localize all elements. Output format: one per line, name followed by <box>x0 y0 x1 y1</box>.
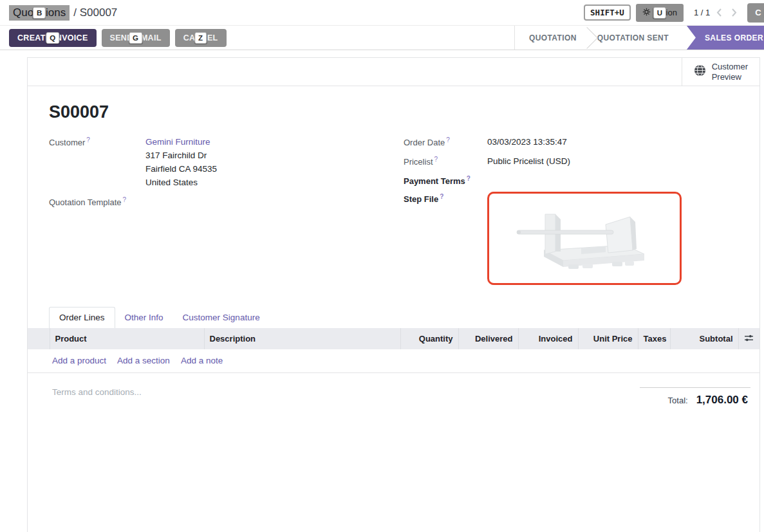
record-pager: 1 / 1 <box>694 8 710 17</box>
terms-and-conditions-input[interactable]: Terms and conditions... <box>52 387 142 407</box>
list-add-links: Add a product Add a section Add a note <box>28 349 759 373</box>
status-step-sales-order[interactable]: SALES ORDER <box>687 26 764 50</box>
hotkey-chip-create-invoice: Q <box>46 32 59 44</box>
hotkey-chip-send-email: G <box>129 32 142 44</box>
action-buttons-group: CREATE INVOICE Q SEND EMAIL G CANCEL Z <box>9 29 227 47</box>
gear-icon <box>642 8 651 18</box>
help-tooltip-icon[interactable]: ? <box>123 196 127 203</box>
column-header-invoiced[interactable]: Invoiced <box>518 328 578 349</box>
status-step-quotation-sent[interactable]: QUOTATION SENT <box>586 26 680 50</box>
sheet-button-box: Customer Preview <box>28 58 759 86</box>
breadcrumb: Quotations B / S00007 <box>9 5 117 21</box>
help-tooltip-icon[interactable]: ? <box>467 175 471 182</box>
help-tooltip-icon[interactable]: ? <box>440 193 443 200</box>
chevron-right-icon[interactable] <box>731 8 737 17</box>
tab-order-lines[interactable]: Order Lines <box>49 307 115 328</box>
customer-preview-label: Customer Preview <box>712 62 748 82</box>
help-tooltip-icon[interactable]: ? <box>86 136 90 143</box>
hotkey-chip-shift-u: SHIFT+U <box>584 5 631 21</box>
total-block: Total: 1,706.00 € <box>640 387 750 407</box>
pager-navigation <box>716 8 737 17</box>
topbar-right-cluster: SHIFT+U Action U 1 / 1 C <box>584 3 764 23</box>
globe-icon <box>694 64 706 79</box>
customer-field-label: Customer? <box>49 135 145 189</box>
customer-preview-button[interactable]: Customer Preview <box>682 58 759 86</box>
payment-terms-field-value[interactable] <box>487 174 750 186</box>
sliders-icon <box>744 334 754 342</box>
help-tooltip-icon[interactable]: ? <box>434 156 438 163</box>
sheet-body: S00007 Customer? Gemini Furniture 317 Fa… <box>28 102 759 407</box>
send-email-button[interactable]: SEND EMAIL G <box>102 29 170 47</box>
tab-other-info[interactable]: Other Info <box>115 307 173 328</box>
sheet-footer: Terms and conditions... Total: 1,706.00 … <box>49 373 750 407</box>
customer-address-line: United States <box>145 176 404 189</box>
breadcrumb-current: / S00007 <box>73 6 117 19</box>
fields-grid: Customer? Gemini Furniture 317 Fairchild… <box>49 135 750 285</box>
column-header-product[interactable]: Product <box>50 328 204 349</box>
action-status-bar: CREATE INVOICE Q SEND EMAIL G CANCEL Z Q… <box>0 26 764 50</box>
customer-address-line: 317 Fairchild Dr <box>145 149 404 162</box>
create-invoice-button[interactable]: CREATE INVOICE Q <box>9 29 97 47</box>
hotkey-chip-cancel: Z <box>194 32 207 44</box>
order-lines-table-wrap: Product Description Quantity Delivered I… <box>28 328 759 349</box>
step-file-preview-frame[interactable] <box>487 192 682 285</box>
hotkey-chip-action: U <box>653 7 666 19</box>
corner-clipped-button[interactable]: C <box>747 3 764 23</box>
column-header-quantity[interactable]: Quantity <box>400 328 458 349</box>
order-date-field-label: Order Date? <box>404 135 487 149</box>
tab-customer-signature[interactable]: Customer Signature <box>173 307 270 328</box>
fields-column-right: Order Date? 03/03/2023 13:35:47 Pricelis… <box>404 135 750 285</box>
step-file-preview-image <box>504 200 665 277</box>
column-header-taxes[interactable]: Taxes <box>638 328 670 349</box>
add-a-section-link[interactable]: Add a section <box>117 356 170 365</box>
chevron-left-icon[interactable] <box>716 8 722 17</box>
step-file-field-label: Step File? <box>404 192 487 285</box>
column-header-handle <box>28 328 50 349</box>
quotation-template-field-label: Quotation Template? <box>49 195 145 207</box>
table-header-row: Product Description Quantity Delivered I… <box>28 328 759 349</box>
add-a-product-link[interactable]: Add a product <box>52 356 106 365</box>
top-navigation-bar: Quotations B / S00007 SHIFT+U Action U 1… <box>0 0 764 26</box>
corner-button-label: C <box>755 8 761 17</box>
notebook-tabs: Order Lines Other Info Customer Signatur… <box>49 307 750 328</box>
status-pipeline: QUOTATION QUOTATION SENT SALES ORDER <box>514 26 764 50</box>
pricelist-field-value[interactable]: Public Pricelist (USD) <box>487 154 750 168</box>
page-title: S00007 <box>49 102 750 122</box>
hotkey-chip-breadcrumb: B <box>33 7 46 19</box>
help-tooltip-icon[interactable]: ? <box>446 136 450 143</box>
action-menu-button[interactable]: Action U <box>636 4 684 22</box>
cancel-button[interactable]: CANCEL Z <box>175 29 227 47</box>
order-date-field-value[interactable]: 03/03/2023 13:35:47 <box>487 135 750 149</box>
customer-link[interactable]: Gemini Furniture <box>145 137 210 147</box>
order-lines-table: Product Description Quantity Delivered I… <box>28 328 759 349</box>
form-sheet: Customer Preview S00007 Customer? Gemini… <box>27 57 760 532</box>
customer-field-value: Gemini Furniture 317 Fairchild Dr Fairfi… <box>145 135 404 189</box>
add-a-note-link[interactable]: Add a note <box>181 356 223 365</box>
pricelist-field-label: Pricelist? <box>404 154 487 168</box>
optional-columns-button[interactable] <box>738 328 759 349</box>
total-value: 1,706.00 € <box>696 394 748 407</box>
breadcrumb-parent[interactable]: Quotations B <box>9 5 70 21</box>
column-header-delivered[interactable]: Delivered <box>458 328 518 349</box>
customer-address-line: Fairfield CA 94535 <box>145 162 404 176</box>
column-header-unit-price[interactable]: Unit Price <box>578 328 638 349</box>
payment-terms-field-label: Payment Terms? <box>404 174 487 186</box>
column-header-subtotal[interactable]: Subtotal <box>670 328 738 349</box>
fields-column-left: Customer? Gemini Furniture 317 Fairchild… <box>49 135 404 285</box>
column-header-description[interactable]: Description <box>204 328 400 349</box>
total-label: Total: <box>668 396 688 405</box>
quotation-template-field-value[interactable] <box>145 195 404 207</box>
